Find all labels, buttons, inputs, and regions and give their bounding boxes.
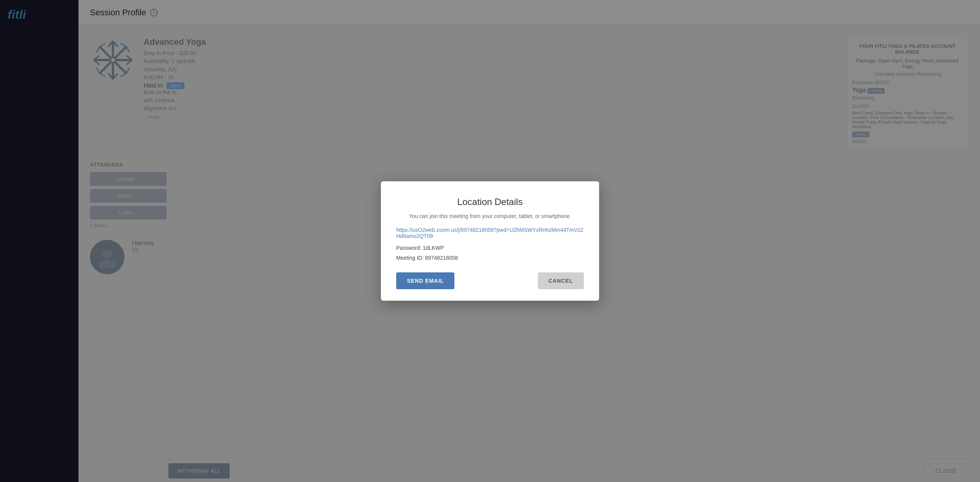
- modal-subtitle: You can join this meeting from your comp…: [396, 213, 584, 219]
- modal-zoom-link[interactable]: https://usO2web.zoom.us/j/89748218058?pw…: [396, 227, 584, 239]
- send-email-button[interactable]: SEND EMAIL: [396, 272, 454, 289]
- modal-password: Password: 1dLKWP: [396, 245, 584, 251]
- location-details-modal: Location Details You can join this meeti…: [381, 181, 599, 301]
- cancel-button[interactable]: CANCEL: [538, 272, 584, 289]
- modal-title: Location Details: [396, 197, 584, 207]
- modal-meeting-id: Meeting ID: 89748218058: [396, 255, 584, 261]
- modal-actions: SEND EMAIL CANCEL: [396, 272, 584, 289]
- modal-overlay: Location Details You can join this meeti…: [0, 0, 980, 482]
